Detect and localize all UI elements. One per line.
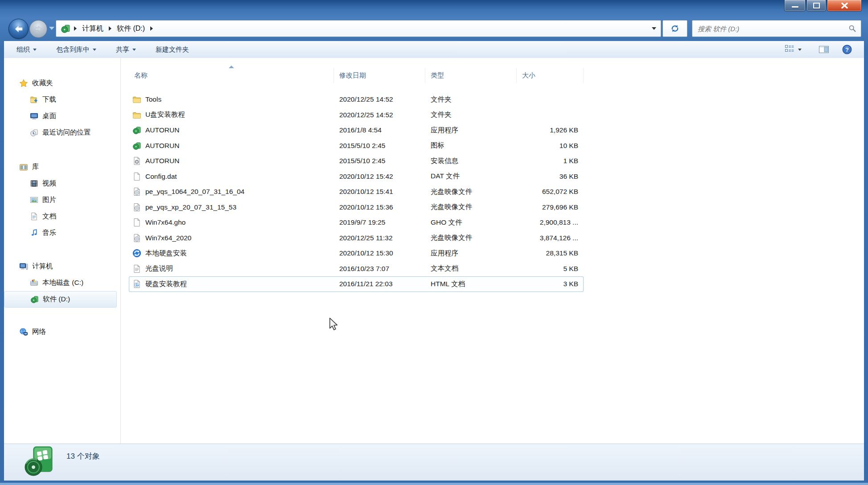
file-list-pane[interactable]: 名称修改日期类型大小 Tools2020/12/25 14:52文件夹U盘安装教… [121, 58, 864, 444]
address-row: 计算机 软件 (D:) [4, 18, 864, 39]
c-drive-icon [30, 279, 38, 287]
file-name: 硬盘安装教程 [145, 279, 187, 289]
table-row[interactable]: pe_yqs_xp_20_07_31_15_532020/10/12 15:36… [129, 200, 584, 215]
table-row[interactable]: AUTORUN2016/1/8 4:54应用程序1,926 KB [129, 123, 584, 138]
search-box[interactable] [692, 20, 861, 37]
file-date: 2020/10/12 15:30 [334, 249, 425, 257]
toolbar-item-label: 包含到库中 [56, 45, 90, 54]
history-chevron-icon[interactable] [49, 27, 54, 30]
minimize-button[interactable] [784, 0, 806, 12]
file-name: AUTORUN [145, 126, 179, 134]
video-icon [30, 179, 38, 188]
sidebar-item-recent[interactable]: 最近访问的位置 [4, 124, 120, 141]
column-header-0[interactable]: 名称 [129, 68, 334, 83]
maximize-button[interactable] [806, 0, 826, 12]
file-date: 2020/12/25 14:52 [334, 95, 425, 103]
sidebar-gap [4, 308, 120, 324]
views-button[interactable] [785, 41, 802, 58]
sidebar-section-star[interactable]: 收藏夹 [4, 75, 120, 91]
search-input[interactable] [697, 25, 848, 33]
green-disc-icon [61, 24, 70, 33]
column-header-2[interactable]: 类型 [425, 68, 517, 83]
sidebar-item-music[interactable]: 音乐 [4, 225, 120, 241]
file-date: 2020/10/12 15:36 [334, 203, 425, 211]
picture-icon [30, 196, 38, 204]
file-type: 应用程序 [425, 126, 517, 135]
sort-ascending-icon [229, 66, 234, 68]
sidebar-section-label: 计算机 [32, 262, 53, 271]
sidebar-section-label: 库 [32, 162, 39, 172]
table-row[interactable]: pe_yqs_1064_20_07_31_16_042020/10/12 15:… [129, 184, 584, 200]
window-frame-bottom [0, 483, 868, 485]
refresh-button[interactable] [662, 20, 687, 37]
file-type: 文件夹 [425, 110, 517, 119]
forward-button[interactable] [29, 20, 47, 38]
toolbar-item-2[interactable]: 包含到库中 [56, 45, 96, 54]
navigation-pane: 收藏夹下载桌面最近访问的位置库视频图片文档音乐计算机本地磁盘 (C:)软件 (D… [4, 58, 121, 444]
disc-image-icon [132, 187, 141, 196]
toolbar-item-3[interactable]: 共享 [116, 45, 136, 54]
table-row[interactable]: 本地硬盘安装2020/10/12 15:30应用程序28,315 KB [129, 246, 584, 261]
table-row[interactable]: AUTORUN2015/5/10 2:45图标10 KB [129, 138, 584, 154]
file-type: DAT 文件 [425, 172, 517, 181]
back-icon [14, 25, 24, 33]
table-row[interactable]: Tools2020/12/25 14:52文件夹 [129, 92, 584, 107]
table-row[interactable]: 光盘说明2016/10/23 7:07文本文档5 KB [129, 261, 584, 277]
sidebar-item-video[interactable]: 视频 [4, 175, 120, 192]
back-button[interactable] [8, 19, 29, 39]
file-date: 2019/9/7 19:25 [334, 218, 425, 226]
sidebar-section-library[interactable]: 库 [4, 159, 120, 175]
table-row[interactable]: AUTORUN2015/5/10 2:45安装信息1 KB [129, 153, 584, 169]
sidebar-item-label: 本地磁盘 (C:) [42, 278, 83, 288]
file-size: 1 KB [517, 157, 584, 165]
sidebar-item-document[interactable]: 文档 [4, 208, 120, 225]
file-name: 光盘说明 [145, 264, 173, 273]
sidebar-item-picture[interactable]: 图片 [4, 192, 120, 208]
sidebar-item-d-drive[interactable]: 软件 (D:) [4, 291, 117, 308]
file-name-cell: 本地硬盘安装 [129, 249, 334, 258]
sidebar-item-c-drive[interactable]: 本地磁盘 (C:) [4, 275, 120, 291]
table-row[interactable]: Config.dat2020/10/12 15:42DAT 文件36 KB [129, 169, 584, 185]
document-icon [30, 212, 38, 221]
file-name-cell: pe_yqs_xp_20_07_31_15_53 [129, 203, 334, 212]
command-toolbar: 组织包含到库中共享新建文件夹 [4, 41, 864, 58]
breadcrumb-drive-d[interactable]: 软件 (D:) [117, 24, 145, 33]
file-date: 2016/11/21 22:03 [334, 280, 425, 288]
column-header-3[interactable]: 大小 [517, 68, 584, 83]
dropdown-arrow-icon [93, 49, 96, 51]
table-row[interactable]: Win7x64_20202020/12/25 11:32光盘映像文件3,874,… [129, 230, 584, 246]
sidebar-item-desktop[interactable]: 桌面 [4, 108, 120, 124]
file-type: HTML 文档 [425, 279, 517, 289]
file-name: pe_yqs_1064_20_07_31_16_04 [145, 188, 244, 196]
sidebar-section-computer[interactable]: 计算机 [4, 258, 120, 275]
preview-pane-button[interactable] [819, 41, 829, 58]
sidebar-item-download-folder[interactable]: 下载 [4, 91, 120, 108]
app-blue-icon [132, 249, 141, 258]
file-type: 文本文档 [425, 264, 517, 273]
table-row[interactable]: 硬盘安装教程2016/11/21 22:03HTML 文档3 KB [129, 276, 584, 292]
close-button[interactable] [827, 0, 862, 12]
toolbar-item-1[interactable]: 组织 [16, 45, 37, 54]
column-header-1[interactable]: 修改日期 [334, 68, 425, 83]
sidebar-item-label: 音乐 [42, 228, 56, 238]
file-date: 2020/10/12 15:42 [334, 173, 425, 181]
breadcrumb-computer[interactable]: 计算机 [82, 24, 103, 33]
address-dropdown-icon[interactable] [652, 27, 656, 30]
dropdown-arrow-icon [132, 49, 136, 51]
file-size: 652,072 KB [517, 188, 584, 196]
table-row[interactable]: U盘安装教程2020/12/25 14:52文件夹 [129, 107, 584, 123]
refresh-icon [670, 24, 680, 33]
file-size: 2,900,813 ... [517, 218, 584, 226]
file-name: AUTORUN [145, 157, 179, 165]
help-button[interactable]: ? [842, 41, 852, 58]
sidebar-section-network[interactable]: 网络 [4, 324, 120, 340]
toolbar-item-4[interactable]: 新建文件夹 [156, 45, 189, 54]
sidebar-section-label: 收藏夹 [32, 78, 53, 88]
file-blank-icon [132, 172, 141, 181]
explorer-body: 收藏夹下载桌面最近访问的位置库视频图片文档音乐计算机本地磁盘 (C:)软件 (D… [4, 58, 864, 444]
file-type: 光盘映像文件 [425, 233, 517, 242]
file-blank-icon [132, 218, 141, 227]
library-icon [19, 163, 28, 172]
address-bar[interactable]: 计算机 软件 (D:) [56, 20, 661, 37]
table-row[interactable]: Win7x64.gho2019/9/7 19:25GHO 文件2,900,813… [129, 215, 584, 230]
